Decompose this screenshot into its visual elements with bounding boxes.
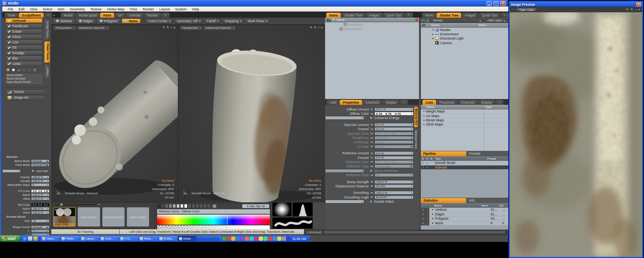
panel-tab[interactable]: Images (462, 13, 478, 18)
mini-toggle[interactable] (370, 108, 374, 111)
setting-field[interactable]: 1.0 1.0 1.0 (31, 189, 49, 193)
spinner-icon[interactable] (410, 185, 413, 187)
map-row[interactable]: ► UV Maps (421, 114, 508, 118)
setting-field[interactable]: 100.0 % (31, 207, 49, 210)
start-button[interactable]: start (0, 235, 20, 242)
layout-tab[interactable]: UV (115, 13, 125, 18)
property-field[interactable]: 0.78 0.78 0.78 (375, 112, 414, 116)
tray-icon[interactable] (268, 237, 272, 241)
tray-icon[interactable] (259, 237, 263, 241)
rotate-icon[interactable]: ↻ (631, 8, 633, 12)
setting-field[interactable]: 0.0 0.0 0.0 (31, 203, 49, 207)
pen-tip-button[interactable] (16, 68, 21, 72)
info-tab[interactable]: Info (466, 198, 508, 203)
spinner-icon[interactable] (410, 124, 413, 126)
selection-mode-button[interactable]: Edges (76, 18, 95, 23)
view-type-dropdown[interactable]: Perspective (180, 26, 202, 30)
toolbar-dropdown[interactable]: Snapping (222, 18, 243, 23)
remove-selection-button[interactable]: - (425, 208, 429, 212)
add-layer-dropdown[interactable]: Add Layer (484, 18, 507, 23)
name-column-header[interactable]: Name (431, 23, 439, 27)
menu-item[interactable]: File (5, 7, 16, 11)
mini-toggle[interactable] (370, 137, 374, 139)
property-field[interactable]: (none) (375, 145, 414, 149)
panel-tab[interactable]: + (405, 13, 413, 18)
side-tab[interactable]: Utilities (44, 64, 50, 79)
close-button[interactable]: ✕ (500, 1, 506, 6)
expand-icon[interactable]: ▸ (639, 8, 640, 12)
command-input[interactable] (323, 230, 506, 234)
panel-tab[interactable]: Shader Tree (437, 13, 462, 18)
checkbox[interactable] (31, 169, 34, 172)
swatch[interactable] (180, 204, 184, 208)
layout-tab[interactable]: Model Quad (76, 13, 100, 18)
tray-icon[interactable] (254, 237, 258, 241)
remove-selection-button[interactable]: - (425, 212, 429, 217)
spinner-icon[interactable] (17, 170, 20, 172)
text-tool-button[interactable]: T (32, 68, 37, 72)
property-field[interactable]: 64 (375, 173, 414, 177)
spinner-icon[interactable] (410, 196, 413, 198)
property-field[interactable]: 0.0 % (375, 151, 414, 155)
property-field[interactable]: 100.0 % (375, 180, 414, 184)
menu-item[interactable]: Vertex Map (105, 7, 127, 11)
visibility-eye-icon[interactable] (327, 20, 331, 22)
tray-icon[interactable] (273, 237, 277, 241)
spinner-icon[interactable] (46, 160, 49, 162)
thumb-slider-knob[interactable] (60, 203, 63, 206)
statistics-row[interactable]: + - ► Polygons 40... ... (421, 217, 508, 221)
view-type-dropdown[interactable]: Perspective (53, 26, 76, 30)
tray-icon[interactable] (286, 237, 291, 241)
mini-toggle[interactable] (370, 141, 374, 144)
color-value-chip[interactable]: 0.780.780.78 (242, 204, 269, 208)
zoom-icon[interactable]: ⌕ (171, 26, 172, 30)
setting-field[interactable]: Smooth (31, 225, 49, 229)
shading-dropdown[interactable]: Advanced OpenGL (77, 26, 109, 30)
mini-toggle[interactable] (370, 160, 374, 163)
tray-icon[interactable] (227, 237, 231, 241)
tab-overflow-icon[interactable]: ▸ (52, 13, 57, 18)
item-row[interactable]: (new scene) (331, 26, 419, 31)
swatch-empty[interactable] (188, 204, 191, 208)
property-field[interactable]: 1.0 1.0 1.0 (375, 132, 414, 136)
add-selection-button[interactable]: + (421, 217, 425, 221)
type-column-header[interactable]: Type (485, 105, 492, 109)
panel-tab[interactable]: + (495, 100, 503, 105)
toggle[interactable] (370, 200, 373, 203)
nozzle-tool-button[interactable]: Nozzle (5, 89, 46, 94)
swatch[interactable] (176, 204, 180, 208)
tool-button[interactable]: Line (5, 40, 43, 45)
selected-image-slot[interactable]: head_bake_fi ... 2048 x 2048, ... (53, 207, 76, 227)
expand-icon[interactable]: ▼ (431, 29, 435, 31)
property-field[interactable]: 0.0 % (375, 156, 414, 160)
pipeline-row[interactable]: ✓ • Smooth Brush (421, 161, 508, 165)
menu-item[interactable]: Help (190, 7, 202, 11)
spinner-icon[interactable] (410, 112, 413, 115)
selection-mode-button[interactable]: Vertices (53, 18, 75, 23)
setting-field[interactable]: Normal (31, 159, 49, 163)
presets-tab[interactable]: Presets (466, 151, 508, 156)
falloff-curve-preview[interactable] (292, 202, 313, 217)
spinner-icon[interactable] (46, 184, 49, 186)
property-field[interactable]: 1.0 1.0 1.0 (375, 160, 414, 164)
item-row[interactable]: (new item) (331, 22, 419, 26)
setting-field[interactable]: Normal Proj ... (31, 163, 49, 167)
mini-toggle[interactable] (370, 192, 374, 194)
col-preset[interactable]: Preset (487, 157, 508, 160)
pan-icon[interactable]: ✛ (626, 8, 629, 12)
tool-button[interactable]: Clone (5, 34, 43, 39)
menu-item[interactable]: Edit (16, 7, 27, 11)
zoom-icon[interactable]: ⌕ (635, 8, 637, 12)
property-field[interactable]: 15.0 % (375, 108, 414, 111)
col-v[interactable]: V (425, 157, 429, 160)
setting-field[interactable]: 100.0 % (31, 197, 49, 200)
toolbar-dropdown[interactable]: Action Center (145, 18, 173, 23)
mini-toggle[interactable] (370, 128, 374, 131)
media-player-icon[interactable] (33, 237, 38, 241)
col-name[interactable]: Name (429, 204, 481, 207)
statistics-row[interactable]: + - ► Vertices 21... ... (421, 208, 508, 212)
statistics-tab[interactable]: Statistics (421, 198, 466, 203)
setting-field[interactable] (2, 169, 21, 173)
task-button[interactable]: Inbox... (41, 236, 60, 241)
spinner-icon[interactable] (410, 108, 413, 111)
